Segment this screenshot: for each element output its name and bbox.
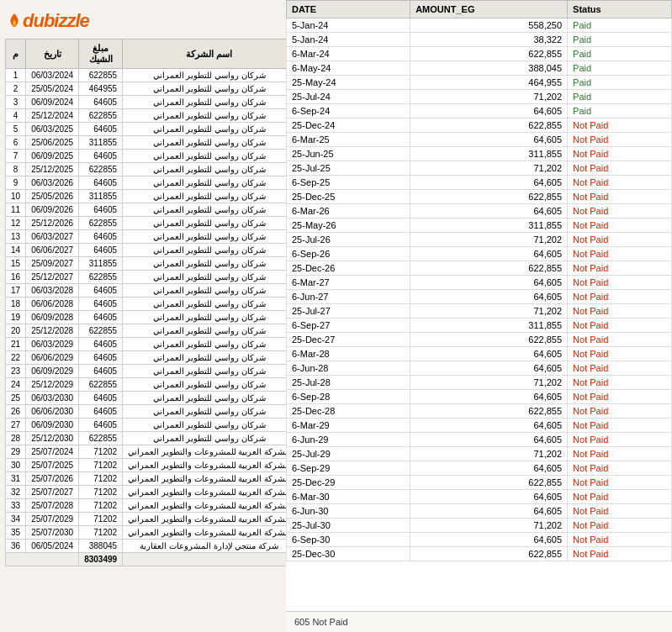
row-date: 25/07/2030 <box>26 526 79 540</box>
logo-text: dubizzle <box>23 10 89 32</box>
row-date: 06/09/2024 <box>26 96 79 109</box>
left-table-row: 24 25/12/2029 622855 شركان رواسي للتطوير… <box>6 378 287 392</box>
right-row-amount: 622,855 <box>410 261 568 276</box>
total-label <box>6 553 79 566</box>
left-table-row: 9 06/03/2026 64605 شركان رواسي للتطوير ا… <box>6 176 287 190</box>
left-table-row: 18 06/06/2028 64605 شركان رواسي للتطوير … <box>6 298 287 311</box>
row-company: شركان رواسي للتطوير العمراني <box>123 365 286 378</box>
col-header-num: م <box>6 40 26 69</box>
right-row-date: 6-Jun-29 <box>287 433 410 447</box>
right-col-amount: AMOUNT_EG <box>410 1 568 18</box>
left-table-row: 21 06/03/2029 64605 شركان رواسي للتطوير … <box>6 338 287 351</box>
right-row-status: Not Paid <box>568 490 672 504</box>
row-company: الشركة العربية للمشروعات والتطوير العمرا… <box>123 486 286 499</box>
row-company: شركان رواسي للتطوير العمراني <box>123 109 286 123</box>
right-row-amount: 64,605 <box>410 419 568 433</box>
right-table-row: 6-May-24 388,045 Paid <box>287 61 672 76</box>
right-row-date: 25-Jun-25 <box>287 147 410 161</box>
right-table-row: 25-Jul-28 71,202 Not Paid <box>287 376 672 390</box>
row-company: الشركة العربية للمشروعات والتطوير العمرا… <box>123 472 286 486</box>
right-row-amount: 311,855 <box>410 147 568 161</box>
right-row-date: 6-Mar-30 <box>287 490 410 504</box>
row-num: 2 <box>6 82 26 96</box>
right-row-status: Not Paid <box>568 276 672 290</box>
left-table-row: 5 06/03/2025 64605 شركان رواسي للتطوير ا… <box>6 123 287 136</box>
right-row-date: 6-Jun-27 <box>287 290 410 304</box>
col-header-company: اسم الشركة <box>123 40 286 69</box>
left-table: م تاريخ مبلغ الشيك اسم الشركة 1 06/03/20… <box>5 39 286 566</box>
right-table-row: 6-Mar-26 64,605 Not Paid <box>287 204 672 219</box>
total-empty <box>123 553 286 566</box>
row-date: 25/07/2024 <box>26 445 79 459</box>
row-num: 17 <box>6 284 26 298</box>
right-row-amount: 71,202 <box>410 90 568 104</box>
row-company: شركان رواسي للتطوير العمراني <box>123 284 286 298</box>
col-header-date: تاريخ <box>26 40 79 69</box>
right-row-status: Paid <box>568 76 672 90</box>
right-table-row: 6-Jun-30 64,605 Not Paid <box>287 504 672 519</box>
right-row-status: Not Paid <box>568 533 672 547</box>
right-row-amount: 622,855 <box>410 476 568 490</box>
right-table-row: 6-Mar-25 64,605 Not Paid <box>287 133 672 147</box>
row-company: شركان رواسي للتطوير العمراني <box>123 405 286 419</box>
right-row-status: Not Paid <box>568 347 672 361</box>
total-row: 8303499 <box>6 553 287 566</box>
row-company: شركان رواسي للتطوير العمراني <box>123 150 286 163</box>
right-row-status: Not Paid <box>568 133 672 147</box>
left-table-row: 16 25/12/2027 622855 شركان رواسي للتطوير… <box>6 271 287 284</box>
row-company: شركان رواسي للتطوير العمراني <box>123 190 286 203</box>
left-table-row: 31 25/07/2026 71202 الشركة العربية للمشر… <box>6 472 287 486</box>
row-date: 06/06/2030 <box>26 405 79 419</box>
right-row-status: Not Paid <box>568 519 672 533</box>
row-company: شركان رواسي للتطوير العمراني <box>123 311 286 324</box>
right-panel: DATE AMOUNT_EG Status 5-Jan-24 558,250 P… <box>286 0 672 632</box>
right-row-date: 6-Mar-24 <box>287 47 410 61</box>
right-row-status: Not Paid <box>568 176 672 190</box>
row-date: 06/09/2030 <box>26 419 79 432</box>
right-row-status: Not Paid <box>568 504 672 519</box>
left-table-row: 22 06/06/2029 64605 شركان رواسي للتطوير … <box>6 351 287 365</box>
right-row-amount: 64,605 <box>410 176 568 190</box>
left-table-row: 4 25/12/2024 622855 شركان رواسي للتطوير … <box>6 109 287 123</box>
row-num: 31 <box>6 472 26 486</box>
right-row-status: Not Paid <box>568 390 672 404</box>
right-row-amount: 622,855 <box>410 333 568 347</box>
row-num: 15 <box>6 257 26 271</box>
row-num: 5 <box>6 123 26 136</box>
right-row-status: Paid <box>568 47 672 61</box>
row-company: شركان رواسي للتطوير العمراني <box>123 176 286 190</box>
right-row-amount: 622,855 <box>410 118 568 133</box>
right-row-date: 25-Dec-26 <box>287 261 410 276</box>
row-amount: 64605 <box>79 298 123 311</box>
right-row-status: Not Paid <box>568 118 672 133</box>
left-table-row: 36 06/05/2024 388045 شركة منتجي لإدارة ا… <box>6 540 287 553</box>
left-table-row: 28 25/12/2030 622855 شركان رواسي للتطوير… <box>6 432 287 445</box>
row-company: شركان رواسي للتطوير العمراني <box>123 244 286 257</box>
row-num: 6 <box>6 136 26 150</box>
row-date: 06/03/2027 <box>26 230 79 244</box>
right-row-status: Not Paid <box>568 404 672 419</box>
right-row-status: Not Paid <box>568 304 672 319</box>
right-row-date: 6-Jun-30 <box>287 504 410 519</box>
right-table-row: 6-Jun-29 64,605 Not Paid <box>287 433 672 447</box>
row-company: شركان رواسي للتطوير العمراني <box>123 136 286 150</box>
col-header-amount: مبلغ الشيك <box>79 40 123 69</box>
row-amount: 64605 <box>79 365 123 378</box>
right-row-date: 6-Mar-28 <box>287 347 410 361</box>
row-date: 06/06/2028 <box>26 298 79 311</box>
right-row-date: 25-May-26 <box>287 219 410 233</box>
row-date: 06/05/2024 <box>26 540 79 553</box>
row-company: الشركة العربية للمشروعات والتطوير العمرا… <box>123 499 286 513</box>
row-num: 20 <box>6 324 26 338</box>
right-row-amount: 64,605 <box>410 461 568 476</box>
row-date: 06/09/2029 <box>26 365 79 378</box>
right-row-date: 25-Jul-30 <box>287 519 410 533</box>
row-amount: 388045 <box>79 540 123 553</box>
right-row-date: 6-Sep-30 <box>287 533 410 547</box>
left-table-row: 13 06/03/2027 64605 شركان رواسي للتطوير … <box>6 230 287 244</box>
row-amount: 71202 <box>79 472 123 486</box>
right-table-row: 6-Sep-25 64,605 Not Paid <box>287 176 672 190</box>
row-num: 8 <box>6 163 26 176</box>
right-row-amount: 311,855 <box>410 319 568 333</box>
row-num: 30 <box>6 459 26 472</box>
